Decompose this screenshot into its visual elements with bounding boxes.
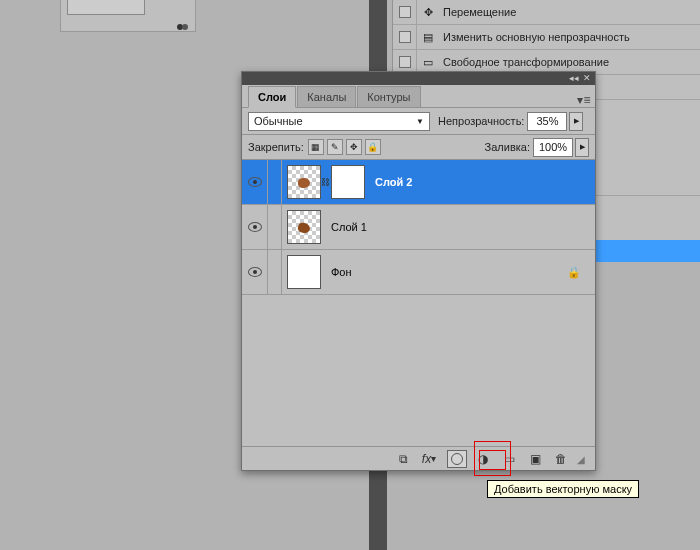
visibility-toggle[interactable]: [242, 250, 268, 295]
lock-fill-row: Закрепить: ▦ ✎ ✥ 🔒 Заливка: 100% ▶: [242, 135, 595, 160]
resize-grip-icon[interactable]: ◢: [577, 454, 587, 464]
layer-thumbnail[interactable]: [287, 255, 321, 289]
tab-channels[interactable]: Каналы: [297, 86, 356, 107]
layer-row[interactable]: Фон 🔒: [242, 250, 595, 295]
new-layer-icon[interactable]: ▣: [525, 450, 545, 468]
eye-icon: [248, 222, 262, 232]
layer-name[interactable]: Слой 2: [375, 176, 412, 188]
lock-label: Закрепить:: [248, 141, 304, 153]
opacity-input[interactable]: 35%: [527, 112, 567, 131]
panel-menu-icon[interactable]: ▾≡: [573, 93, 595, 107]
thumb-content: [297, 222, 311, 235]
svg-point-1: [182, 24, 188, 30]
layer-list-empty: [242, 295, 595, 435]
chevron-down-icon: ▼: [416, 117, 424, 126]
tab-layers[interactable]: Слои: [248, 86, 296, 108]
layer-name[interactable]: Слой 1: [331, 221, 367, 233]
history-checkbox[interactable]: [393, 25, 417, 50]
eye-icon: [248, 267, 262, 277]
link-layers-icon[interactable]: ⧉: [393, 450, 413, 468]
panel-icon: [171, 18, 189, 28]
opacity-flyout-icon[interactable]: ▶: [569, 112, 583, 131]
eye-icon: [248, 177, 262, 187]
blend-opacity-row: Обычные ▼ Непрозрачность: 35% ▶: [242, 108, 595, 135]
adjustment-layer-icon[interactable]: ◑: [473, 450, 493, 468]
fill-input[interactable]: 100%: [533, 138, 573, 157]
layer-thumbnail[interactable]: [287, 210, 321, 244]
lock-position-icon[interactable]: ✥: [346, 139, 362, 155]
lock-icon: 🔒: [567, 266, 581, 279]
add-mask-button[interactable]: [447, 450, 467, 468]
layer-row[interactable]: Слой 1: [242, 205, 595, 250]
history-checkbox[interactable]: [393, 0, 417, 25]
opacity-icon: ▤: [417, 31, 439, 44]
blend-mode-select[interactable]: Обычные ▼: [248, 112, 430, 131]
mask-link-icon[interactable]: ⛓: [321, 177, 329, 187]
tooltip: Добавить векторную маску: [487, 480, 639, 498]
navigator-thumb: [67, 0, 145, 15]
lock-transparency-icon[interactable]: ▦: [308, 139, 324, 155]
delete-layer-icon[interactable]: 🗑: [551, 450, 571, 468]
link-column[interactable]: [268, 205, 282, 250]
move-icon: ✥: [417, 6, 439, 19]
transform-icon: ▭: [417, 56, 439, 69]
fill-flyout-icon[interactable]: ▶: [575, 138, 589, 157]
history-label: Свободное трансформирование: [439, 56, 609, 68]
panel-tabs: Слои Каналы Контуры ▾≡: [242, 85, 595, 108]
new-group-icon[interactable]: ▭: [499, 450, 519, 468]
collapse-icon[interactable]: ◂◂: [569, 74, 579, 83]
layer-thumbnail[interactable]: [287, 165, 321, 199]
thumb-content: [298, 178, 310, 188]
panel-titlebar[interactable]: ◂◂ ✕: [242, 72, 595, 85]
history-label: Изменить основную непрозрачность: [439, 31, 630, 43]
close-icon[interactable]: ✕: [583, 74, 591, 83]
layers-footer: ⧉ fx▾ ◑ ▭ ▣ 🗑 ◢: [242, 446, 595, 470]
link-column[interactable]: [268, 250, 282, 295]
visibility-toggle[interactable]: [242, 205, 268, 250]
history-label: Перемещение: [439, 6, 516, 18]
visibility-toggle[interactable]: [242, 160, 268, 205]
navigator-panel-fragment: [60, 0, 196, 32]
history-item-opacity[interactable]: ▤ Изменить основную непрозрачность: [393, 25, 700, 50]
lock-icons-group: ▦ ✎ ✥ 🔒: [308, 139, 381, 155]
history-item-move[interactable]: ✥ Перемещение: [393, 0, 700, 25]
fx-icon[interactable]: fx▾: [419, 450, 439, 468]
layer-name[interactable]: Фон: [331, 266, 352, 278]
lock-pixels-icon[interactable]: ✎: [327, 139, 343, 155]
layer-list: ⛓ Слой 2 Слой 1 Фон 🔒: [242, 160, 595, 295]
opacity-label: Непрозрачность:: [438, 115, 524, 127]
layer-mask-thumbnail[interactable]: [331, 165, 365, 199]
layer-row[interactable]: ⛓ Слой 2: [242, 160, 595, 205]
blend-mode-value: Обычные: [254, 115, 303, 127]
lock-all-icon[interactable]: 🔒: [365, 139, 381, 155]
link-column[interactable]: [268, 160, 282, 205]
tab-paths[interactable]: Контуры: [357, 86, 420, 107]
layers-panel: ◂◂ ✕ Слои Каналы Контуры ▾≡ Обычные ▼ Не…: [241, 71, 596, 471]
fill-label: Заливка:: [485, 141, 530, 153]
